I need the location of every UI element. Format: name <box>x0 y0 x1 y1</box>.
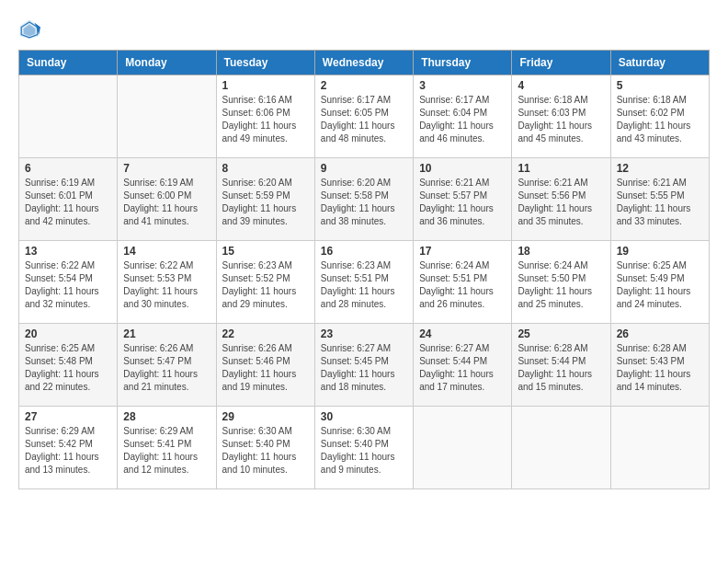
day-number: 29 <box>222 410 309 423</box>
day-cell: 2Sunrise: 6:17 AM Sunset: 6:05 PM Daylig… <box>314 75 413 158</box>
day-cell: 29Sunrise: 6:30 AM Sunset: 5:40 PM Dayli… <box>216 407 314 489</box>
day-info: Sunrise: 6:19 AM Sunset: 6:01 PM Dayligh… <box>25 177 111 228</box>
day-cell: 26Sunrise: 6:28 AM Sunset: 5:43 PM Dayli… <box>610 324 709 407</box>
day-cell: 27Sunrise: 6:29 AM Sunset: 5:42 PM Dayli… <box>19 407 118 489</box>
day-info: Sunrise: 6:22 AM Sunset: 5:54 PM Dayligh… <box>25 259 111 311</box>
day-cell: 8Sunrise: 6:20 AM Sunset: 5:59 PM Daylig… <box>216 158 314 241</box>
day-cell: 24Sunrise: 6:27 AM Sunset: 5:44 PM Dayli… <box>414 324 512 407</box>
day-number: 20 <box>25 327 111 340</box>
day-number: 5 <box>617 79 703 92</box>
day-number: 16 <box>321 245 407 258</box>
day-number: 28 <box>123 410 210 423</box>
column-header-friday: Friday <box>512 51 610 75</box>
day-cell: 13Sunrise: 6:22 AM Sunset: 5:54 PM Dayli… <box>19 241 118 324</box>
day-cell: 6Sunrise: 6:19 AM Sunset: 6:01 PM Daylig… <box>19 158 118 241</box>
week-row-2: 6Sunrise: 6:19 AM Sunset: 6:01 PM Daylig… <box>19 158 710 241</box>
column-header-saturday: Saturday <box>610 51 709 75</box>
day-number: 15 <box>222 245 309 258</box>
day-info: Sunrise: 6:25 AM Sunset: 5:48 PM Dayligh… <box>25 342 111 394</box>
day-info: Sunrise: 6:18 AM Sunset: 6:02 PM Dayligh… <box>617 94 703 145</box>
day-info: Sunrise: 6:28 AM Sunset: 5:43 PM Dayligh… <box>617 342 703 394</box>
day-number: 19 <box>617 245 703 258</box>
day-cell: 3Sunrise: 6:17 AM Sunset: 6:04 PM Daylig… <box>414 75 512 158</box>
day-cell: 20Sunrise: 6:25 AM Sunset: 5:48 PM Dayli… <box>19 324 118 407</box>
logo-icon <box>18 18 40 40</box>
day-info: Sunrise: 6:19 AM Sunset: 6:00 PM Dayligh… <box>123 177 210 228</box>
day-cell: 28Sunrise: 6:29 AM Sunset: 5:41 PM Dayli… <box>118 407 216 489</box>
day-info: Sunrise: 6:26 AM Sunset: 5:46 PM Dayligh… <box>222 342 309 394</box>
day-cell: 23Sunrise: 6:27 AM Sunset: 5:45 PM Dayli… <box>314 324 413 407</box>
day-number: 10 <box>419 162 506 175</box>
day-info: Sunrise: 6:24 AM Sunset: 5:50 PM Dayligh… <box>518 259 604 311</box>
day-cell: 22Sunrise: 6:26 AM Sunset: 5:46 PM Dayli… <box>216 324 314 407</box>
day-info: Sunrise: 6:27 AM Sunset: 5:45 PM Dayligh… <box>321 342 407 394</box>
day-cell <box>414 407 512 489</box>
day-cell: 25Sunrise: 6:28 AM Sunset: 5:44 PM Dayli… <box>512 324 610 407</box>
day-cell <box>512 407 610 489</box>
day-cell: 30Sunrise: 6:30 AM Sunset: 5:40 PM Dayli… <box>314 407 413 489</box>
day-number: 4 <box>518 79 604 92</box>
week-row-5: 27Sunrise: 6:29 AM Sunset: 5:42 PM Dayli… <box>19 407 710 489</box>
logo <box>18 18 44 40</box>
day-number: 18 <box>518 245 604 258</box>
day-cell: 21Sunrise: 6:26 AM Sunset: 5:47 PM Dayli… <box>118 324 216 407</box>
column-header-monday: Monday <box>118 51 216 75</box>
day-info: Sunrise: 6:22 AM Sunset: 5:53 PM Dayligh… <box>123 259 210 311</box>
day-number: 26 <box>617 327 703 340</box>
day-cell: 1Sunrise: 6:16 AM Sunset: 6:06 PM Daylig… <box>216 75 314 158</box>
day-number: 23 <box>321 327 407 340</box>
day-info: Sunrise: 6:26 AM Sunset: 5:47 PM Dayligh… <box>123 342 210 394</box>
day-cell: 9Sunrise: 6:20 AM Sunset: 5:58 PM Daylig… <box>314 158 413 241</box>
day-info: Sunrise: 6:18 AM Sunset: 6:03 PM Dayligh… <box>518 94 604 145</box>
day-cell: 16Sunrise: 6:23 AM Sunset: 5:51 PM Dayli… <box>314 241 413 324</box>
day-info: Sunrise: 6:28 AM Sunset: 5:44 PM Dayligh… <box>518 342 604 394</box>
day-cell: 4Sunrise: 6:18 AM Sunset: 6:03 PM Daylig… <box>512 75 610 158</box>
day-info: Sunrise: 6:20 AM Sunset: 5:59 PM Dayligh… <box>222 177 309 228</box>
day-cell: 7Sunrise: 6:19 AM Sunset: 6:00 PM Daylig… <box>118 158 216 241</box>
day-info: Sunrise: 6:29 AM Sunset: 5:41 PM Dayligh… <box>123 425 210 477</box>
day-info: Sunrise: 6:23 AM Sunset: 5:52 PM Dayligh… <box>222 259 309 311</box>
day-cell: 15Sunrise: 6:23 AM Sunset: 5:52 PM Dayli… <box>216 241 314 324</box>
week-row-3: 13Sunrise: 6:22 AM Sunset: 5:54 PM Dayli… <box>19 241 710 324</box>
day-cell: 10Sunrise: 6:21 AM Sunset: 5:57 PM Dayli… <box>414 158 512 241</box>
day-info: Sunrise: 6:17 AM Sunset: 6:05 PM Dayligh… <box>321 94 407 145</box>
day-number: 22 <box>222 327 309 340</box>
day-number: 24 <box>419 327 506 340</box>
column-header-thursday: Thursday <box>414 51 512 75</box>
calendar-header-row: SundayMondayTuesdayWednesdayThursdayFrid… <box>19 51 710 75</box>
day-number: 11 <box>518 162 604 175</box>
day-info: Sunrise: 6:30 AM Sunset: 5:40 PM Dayligh… <box>321 425 407 477</box>
day-cell <box>19 75 118 158</box>
day-info: Sunrise: 6:16 AM Sunset: 6:06 PM Dayligh… <box>222 94 309 145</box>
day-number: 3 <box>419 79 506 92</box>
day-number: 6 <box>25 162 111 175</box>
day-info: Sunrise: 6:17 AM Sunset: 6:04 PM Dayligh… <box>419 94 506 145</box>
day-cell: 19Sunrise: 6:25 AM Sunset: 5:49 PM Dayli… <box>610 241 709 324</box>
day-info: Sunrise: 6:21 AM Sunset: 5:56 PM Dayligh… <box>518 177 604 228</box>
day-number: 8 <box>222 162 309 175</box>
day-info: Sunrise: 6:21 AM Sunset: 5:57 PM Dayligh… <box>419 177 506 228</box>
column-header-tuesday: Tuesday <box>216 51 314 75</box>
day-info: Sunrise: 6:27 AM Sunset: 5:44 PM Dayligh… <box>419 342 506 394</box>
day-number: 25 <box>518 327 604 340</box>
day-number: 14 <box>123 245 210 258</box>
day-number: 1 <box>222 79 309 92</box>
day-number: 13 <box>25 245 111 258</box>
day-number: 9 <box>321 162 407 175</box>
day-number: 17 <box>419 245 506 258</box>
week-row-4: 20Sunrise: 6:25 AM Sunset: 5:48 PM Dayli… <box>19 324 710 407</box>
day-number: 2 <box>321 79 407 92</box>
day-cell <box>118 75 216 158</box>
day-cell: 18Sunrise: 6:24 AM Sunset: 5:50 PM Dayli… <box>512 241 610 324</box>
day-cell <box>610 407 709 489</box>
day-cell: 17Sunrise: 6:24 AM Sunset: 5:51 PM Dayli… <box>414 241 512 324</box>
day-number: 12 <box>617 162 703 175</box>
day-cell: 12Sunrise: 6:21 AM Sunset: 5:55 PM Dayli… <box>610 158 709 241</box>
day-info: Sunrise: 6:25 AM Sunset: 5:49 PM Dayligh… <box>617 259 703 311</box>
day-info: Sunrise: 6:24 AM Sunset: 5:51 PM Dayligh… <box>419 259 506 311</box>
column-header-sunday: Sunday <box>19 51 118 75</box>
day-info: Sunrise: 6:29 AM Sunset: 5:42 PM Dayligh… <box>25 425 111 477</box>
day-number: 7 <box>123 162 210 175</box>
day-info: Sunrise: 6:20 AM Sunset: 5:58 PM Dayligh… <box>321 177 407 228</box>
day-cell: 11Sunrise: 6:21 AM Sunset: 5:56 PM Dayli… <box>512 158 610 241</box>
